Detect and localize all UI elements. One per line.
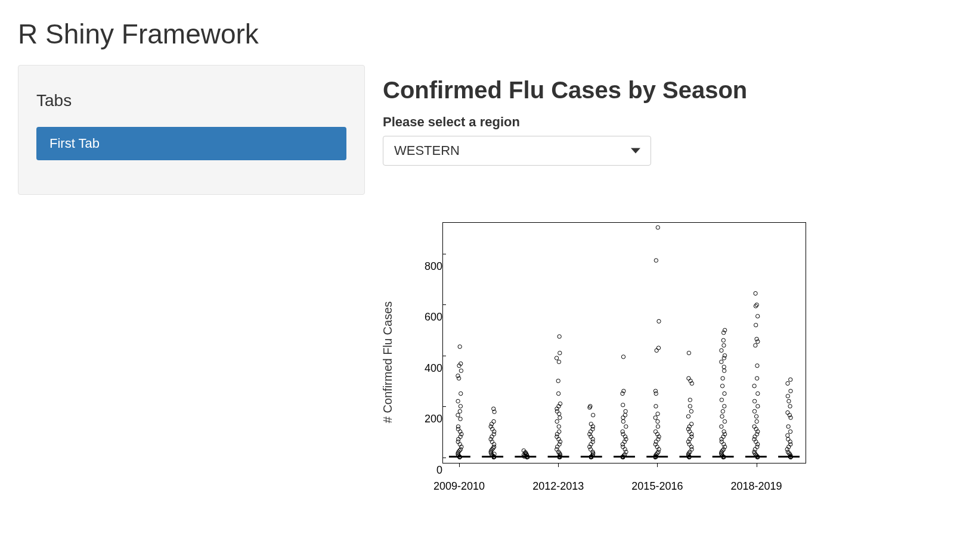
svg-point-133 <box>557 412 561 416</box>
svg-point-264 <box>687 443 691 446</box>
svg-point-243 <box>654 259 658 262</box>
region-select-label: Please select a region <box>383 114 936 130</box>
y-tick-label: 400 <box>419 362 442 374</box>
svg-point-308 <box>720 415 724 418</box>
svg-point-386 <box>786 434 789 437</box>
svg-point-237 <box>654 405 658 408</box>
svg-point-395 <box>789 389 792 393</box>
y-axis-label: # Confirmed Flu Cases <box>381 301 395 424</box>
svg-point-306 <box>720 425 723 428</box>
svg-point-393 <box>787 399 791 403</box>
svg-point-384 <box>788 440 792 443</box>
svg-point-205 <box>621 403 625 407</box>
svg-point-241 <box>656 346 660 350</box>
svg-point-356 <box>755 364 759 368</box>
svg-point-234 <box>656 419 659 423</box>
main-panel: Confirmed Flu Cases by Season Please sel… <box>365 65 936 505</box>
svg-point-139 <box>556 379 560 382</box>
svg-point-30 <box>459 417 462 421</box>
svg-point-175 <box>588 405 592 408</box>
svg-point-279 <box>687 377 690 380</box>
svg-point-392 <box>788 405 792 408</box>
svg-point-273 <box>686 415 690 418</box>
svg-point-321 <box>722 344 726 347</box>
svg-point-197 <box>623 435 627 438</box>
svg-point-275 <box>688 405 692 408</box>
chart-plot: # Confirmed Flu Cases 0200400600800 2009… <box>383 219 812 505</box>
y-tick-label: 600 <box>419 311 442 323</box>
plot-area <box>442 222 806 463</box>
svg-point-320 <box>720 349 723 352</box>
svg-point-396 <box>786 381 789 385</box>
svg-point-132 <box>558 416 562 419</box>
sidebar-heading: Tabs <box>36 91 346 110</box>
tabs-nav: First Tab <box>36 127 346 160</box>
svg-point-128 <box>555 433 559 436</box>
svg-point-361 <box>755 315 759 318</box>
svg-point-208 <box>621 355 625 359</box>
svg-point-41 <box>458 345 461 349</box>
svg-point-34 <box>456 399 460 403</box>
svg-point-302 <box>720 437 723 441</box>
svg-point-233 <box>656 425 659 428</box>
svg-point-276 <box>688 398 692 402</box>
svg-point-161 <box>591 450 594 453</box>
svg-point-162 <box>588 447 592 451</box>
x-tick-label: 2009-2010 <box>433 480 485 493</box>
svg-point-351 <box>756 405 760 408</box>
svg-point-24 <box>457 437 460 441</box>
region-select-value[interactable]: WESTERN <box>383 136 651 166</box>
chart-title: Confirmed Flu Cases by Season <box>383 77 936 104</box>
svg-point-138 <box>556 391 560 395</box>
svg-point-228 <box>654 440 658 443</box>
svg-point-338 <box>753 447 757 451</box>
svg-point-394 <box>786 394 789 398</box>
x-tick-label: 2018-2019 <box>731 480 782 493</box>
svg-point-236 <box>656 412 659 416</box>
svg-point-142 <box>558 351 562 354</box>
svg-point-38 <box>459 369 463 372</box>
svg-point-268 <box>690 433 693 436</box>
svg-point-37 <box>456 374 460 378</box>
svg-point-354 <box>752 384 756 388</box>
svg-point-317 <box>720 360 723 363</box>
svg-point-235 <box>653 416 657 419</box>
svg-point-194 <box>621 443 624 446</box>
svg-point-129 <box>557 430 561 433</box>
svg-point-70 <box>493 430 496 433</box>
svg-point-263 <box>689 445 693 449</box>
tab-first[interactable]: First Tab <box>36 127 346 160</box>
svg-point-344 <box>755 433 758 436</box>
svg-point-242 <box>657 319 661 323</box>
svg-point-203 <box>623 413 627 417</box>
svg-point-124 <box>557 443 561 446</box>
svg-point-311 <box>720 398 723 402</box>
svg-point-33 <box>459 405 462 408</box>
svg-point-315 <box>722 369 726 372</box>
svg-point-65 <box>492 443 495 446</box>
y-tick-label: 0 <box>419 464 442 477</box>
svg-point-36 <box>457 377 460 380</box>
svg-point-35 <box>459 391 463 395</box>
region-select[interactable]: WESTERN <box>383 136 651 166</box>
svg-point-319 <box>723 354 726 357</box>
svg-point-343 <box>753 435 757 438</box>
svg-point-229 <box>656 437 660 441</box>
svg-point-312 <box>723 391 726 395</box>
svg-point-135 <box>555 407 559 410</box>
svg-point-29 <box>456 425 460 428</box>
svg-point-199 <box>621 430 624 433</box>
svg-point-388 <box>786 425 790 428</box>
svg-point-318 <box>722 356 726 360</box>
svg-point-360 <box>754 323 757 327</box>
svg-point-173 <box>591 413 594 417</box>
svg-point-73 <box>490 422 493 426</box>
svg-point-313 <box>720 384 724 388</box>
y-tick-label: 800 <box>419 260 442 272</box>
svg-point-357 <box>754 344 757 347</box>
svg-point-204 <box>624 409 627 413</box>
svg-point-140 <box>557 360 560 363</box>
svg-point-272 <box>689 422 693 426</box>
svg-point-348 <box>755 419 758 423</box>
svg-point-239 <box>653 389 657 393</box>
